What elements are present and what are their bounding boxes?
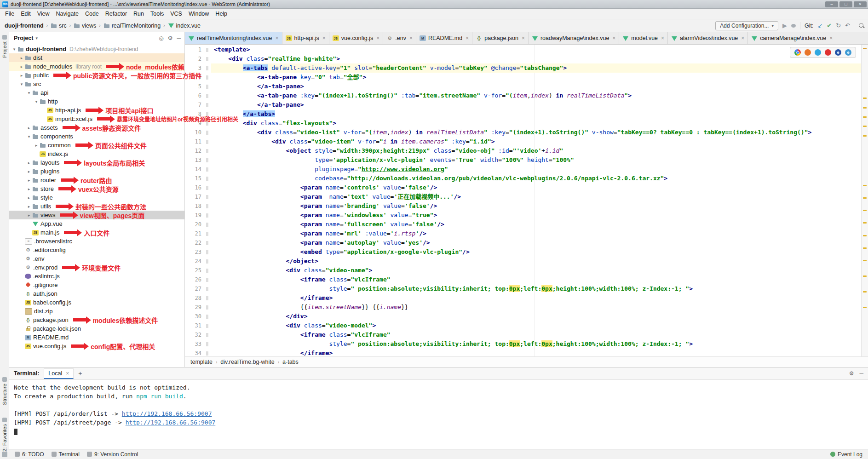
tree-item-importexcel-js[interactable]: JSimportExcel.js暴露环境变量地址给图片or视频资源路径引用相关 — [9, 115, 184, 123]
warning-stripe-mark[interactable] — [863, 275, 867, 277]
close-icon[interactable]: × — [322, 35, 326, 41]
close-icon[interactable]: × — [376, 35, 379, 41]
code-line-5[interactable]: 5 </a-tab-pane> — [185, 82, 861, 91]
code-line-33[interactable]: 33 style=" position:absolute;visibility:… — [185, 339, 861, 349]
menu-edit[interactable]: Edit — [17, 10, 34, 18]
safari-icon[interactable] — [815, 49, 821, 56]
status-6-todo[interactable]: 6: TODO — [15, 451, 44, 458]
chevron-collapsed-icon[interactable]: ▸ — [33, 143, 40, 148]
breadcrumb-item-views[interactable]: views — [74, 23, 96, 29]
chevron-collapsed-icon[interactable]: ▸ — [26, 161, 32, 165]
tool-button-structure[interactable]: Structure — [0, 377, 9, 405]
editor-tab-vue-config-js[interactable]: JSvue.config.js× — [329, 32, 384, 44]
code-line-32[interactable]: 32 <iframe class="vlcIframe" — [185, 330, 861, 339]
menu-code[interactable]: Code — [82, 10, 102, 18]
opera-icon[interactable] — [825, 49, 831, 56]
chevron-collapsed-icon[interactable]: ▸ — [26, 195, 32, 200]
code-line-20[interactable]: 20 <param name='fullscreen' value='false… — [185, 220, 861, 229]
history-icon[interactable]: ↻ — [836, 23, 841, 29]
maximize-button[interactable]: □ — [839, 1, 852, 7]
close-button[interactable]: × — [854, 1, 867, 7]
chevron-expanded-icon[interactable]: ▾ — [33, 99, 40, 104]
close-icon[interactable]: × — [741, 35, 744, 41]
hide-panel-icon[interactable]: ─ — [177, 35, 181, 41]
tree-item-http[interactable]: ▾http — [9, 97, 184, 106]
code-line-21[interactable]: 21 <param name='mrl' :value='i.rtsp'/> — [185, 229, 861, 238]
close-icon[interactable]: × — [66, 370, 69, 377]
menu-run[interactable]: Run — [130, 10, 147, 18]
tree-item-env-prod[interactable]: ⚙.env.prod环境变量文件 — [9, 263, 184, 272]
editor-tab-model-vue[interactable]: model.vue× — [619, 32, 668, 44]
gear-icon[interactable]: ⚙ — [168, 35, 173, 41]
editor-tab-http-api-js[interactable]: JShttp-api.js× — [282, 32, 329, 44]
code-line-4[interactable]: 4 <a-tab-pane key="0" tab="全部"> — [185, 73, 861, 82]
tree-item-app-vue[interactable]: App.vue — [9, 219, 184, 228]
minimize-button[interactable]: – — [825, 1, 838, 7]
warning-stripe-mark[interactable] — [863, 307, 867, 308]
warning-stripe-mark[interactable] — [863, 98, 867, 99]
tree-item-package-lock-json[interactable]: package-lock.json — [9, 324, 184, 333]
code-line-19[interactable]: 19 <param name='windowless' value="true"… — [185, 211, 861, 220]
tree-item-router[interactable]: ▸routerrouter路由 — [9, 176, 184, 184]
chevron-collapsed-icon[interactable]: ▸ — [18, 64, 25, 69]
tree-item-plugins[interactable]: ▸plugins — [9, 167, 184, 176]
close-icon[interactable]: × — [522, 35, 525, 41]
tree-item-utils[interactable]: ▸utils封装的一些公共函数方法 — [9, 202, 184, 211]
warning-stripe-mark[interactable] — [863, 185, 867, 186]
tree-item-layouts[interactable]: ▸layoutslayouts全局布局相关 — [9, 158, 184, 167]
editor-tab-roadwaymanage-index-vue[interactable]: roadwayManage\index.vue× — [529, 32, 619, 44]
terminal-tab-local[interactable]: Local × — [44, 368, 74, 379]
editor-tab-readme-md[interactable]: MREADME.md× — [416, 32, 472, 44]
update-project-icon[interactable]: ↙ — [817, 23, 822, 29]
tree-item-duoji-frontend[interactable]: ▾duoji-frontendD:\zheheWeb\duoji-fronten… — [9, 45, 184, 53]
warning-stripe-mark[interactable] — [863, 126, 867, 127]
tree-item-main-js[interactable]: JSmain.js入口文件 — [9, 228, 184, 237]
tree-item-public[interactable]: ▸publicpublic资源文件夹，一般放引用的第三方插件 — [9, 71, 184, 80]
warning-stripe-mark[interactable] — [863, 210, 867, 211]
status-event-log[interactable]: Event Log — [830, 451, 862, 458]
editor-tab-realtimemonitoring-index-vue[interactable]: realTimeMonitoring\index.vue× — [185, 32, 282, 44]
chevron-down-icon[interactable]: ▾ — [35, 36, 38, 40]
menu-view[interactable]: View — [34, 10, 53, 18]
code-line-16[interactable]: 16 <param name='controls' value='false'/… — [185, 183, 861, 192]
tree-item-auth-json[interactable]: {}auth.json — [9, 289, 184, 298]
chevron-collapsed-icon[interactable]: ▸ — [26, 187, 32, 191]
chevron-collapsed-icon[interactable]: ▸ — [26, 204, 32, 209]
run-button[interactable]: ▶ — [782, 23, 787, 29]
tree-item-readme-md[interactable]: MREADME.md — [9, 333, 184, 342]
error-stripe[interactable] — [861, 45, 868, 356]
tree-item-editorconfig[interactable]: ⚙.editorconfig — [9, 246, 184, 254]
debug-button[interactable] — [791, 23, 796, 29]
tree-item-src[interactable]: ▾src — [9, 80, 184, 88]
tree-item-package-json[interactable]: {}package.jsonmodules依赖描述文件 — [9, 316, 184, 324]
tree-item-browserslistrc[interactable]: ≡.browserslistrc — [9, 237, 184, 246]
tree-item-store[interactable]: ▸storevuex公共资源 — [9, 184, 184, 193]
project-panel-title[interactable]: Project — [14, 35, 33, 41]
menu-vcs[interactable]: VCS — [167, 10, 185, 18]
tree-item-views[interactable]: ▸viewsview视图、pages页面 — [9, 211, 184, 219]
tree-item-components[interactable]: ▾components — [9, 132, 184, 141]
code-line-8[interactable]: 8 </a-tabs> — [185, 109, 861, 119]
close-icon[interactable]: × — [409, 35, 413, 41]
close-icon[interactable]: × — [466, 35, 469, 41]
edge-icon[interactable]: e — [845, 49, 851, 56]
editor-tab-env[interactable]: ⚙.env× — [383, 32, 416, 44]
tree-item-index-js[interactable]: JSindex.js — [9, 149, 184, 158]
breadcrumb-item-src[interactable]: src — [51, 23, 67, 29]
locate-file-icon[interactable]: ◎ — [159, 35, 163, 41]
tree-item-node-modules[interactable]: ▸node_moduleslibrary rootnode_modules依赖 — [9, 62, 184, 71]
menu-tools[interactable]: Tools — [147, 10, 167, 18]
tree-item-babel-config-js[interactable]: JSbabel.config.js — [9, 298, 184, 307]
editor-breadcrumb-div-realtime-bg-white[interactable]: div.realTime.bg-white — [220, 359, 274, 365]
code-line-9[interactable]: 9 <div class="flex-layouts"> — [185, 119, 861, 128]
warning-stripe-mark[interactable] — [863, 260, 867, 261]
code-line-18[interactable]: 18 <param name='branding' value='false'/… — [185, 201, 861, 211]
code-line-22[interactable]: 22 <param name='autoplay' value='yes'/> — [185, 238, 861, 247]
warning-stripe-mark[interactable] — [863, 222, 867, 224]
editor-tab-cameramanage-index-vue[interactable]: cameraManage\index.vue× — [748, 32, 836, 44]
breadcrumb-item-realtimemonitoring[interactable]: realTimeMonitoring — [103, 23, 161, 29]
code-line-24[interactable]: 24 </object> — [185, 257, 861, 266]
close-icon[interactable]: × — [661, 35, 664, 41]
tree-item-dist[interactable]: ▸dist — [9, 53, 184, 62]
tree-item-style[interactable]: ▸style — [9, 193, 184, 202]
